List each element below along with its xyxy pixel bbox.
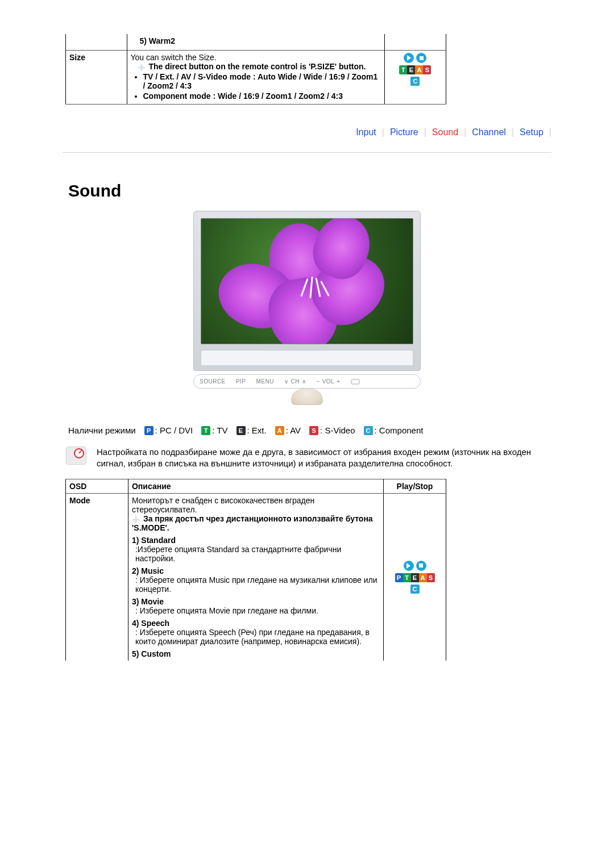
svg-rect-1 <box>138 67 144 69</box>
mode-key-c: C <box>364 426 373 435</box>
warm2-row: 5) Warm2 <box>127 34 384 51</box>
available-modes-label: Налични режими <box>68 425 136 435</box>
row-mode-label: Mode <box>66 493 128 661</box>
plus-icon <box>138 64 146 70</box>
btn-ch: ∨CH∧ <box>284 378 306 385</box>
tab-sound[interactable]: Sound <box>426 127 464 137</box>
section-tabs: Input | Picture | Sound | Channel | Setu… <box>63 127 551 137</box>
mode-table: OSD Описание Play/Stop Mode Мониторът е … <box>65 479 446 661</box>
tab-setup[interactable]: Setup <box>514 127 549 137</box>
plus-icon <box>132 516 140 523</box>
section-heading: Sound <box>68 181 551 201</box>
mode-key-s: S <box>309 426 318 435</box>
monitor-button-bar: SOURCE PIP MENU ∨CH∧ −VOL+ <box>193 374 421 389</box>
divider <box>63 152 551 153</box>
size-mode-badges: TEAS C <box>384 51 446 105</box>
available-modes: Налични режими P: PC / DVI T: TV E: Ext.… <box>68 425 551 435</box>
size-label: Size <box>66 51 127 105</box>
col-description: Описание <box>128 479 383 493</box>
btn-pip: PIP <box>236 378 246 385</box>
pointer-hand-icon <box>291 389 323 405</box>
mode-key-t: T <box>201 426 210 435</box>
col-playstop: Play/Stop <box>384 479 446 493</box>
row-mode-badges: PTEAS C <box>384 493 446 661</box>
svg-rect-2 <box>351 379 359 384</box>
svg-rect-4 <box>132 519 139 520</box>
tab-picture[interactable]: Picture <box>384 127 424 137</box>
row-mode-description: Мониторът е снабден с висококачествен вг… <box>128 493 383 661</box>
mode-key-p: P <box>144 426 154 435</box>
btn-vol: −VOL+ <box>316 378 340 385</box>
tab-channel[interactable]: Channel <box>466 127 512 137</box>
tip-note: Настройката по подразбиране може да е др… <box>66 446 551 470</box>
checkmark-icon <box>66 446 86 465</box>
monitor-illustration: SOURCE PIP MENU ∨CH∧ −VOL+ <box>193 211 421 405</box>
tab-input[interactable]: Input <box>350 127 382 137</box>
col-osd: OSD <box>66 479 128 493</box>
size-table: 5) Warm2 Size You can switch the Size. T… <box>65 34 446 105</box>
mode-key-e: E <box>237 426 246 435</box>
btn-menu: MENU <box>256 378 273 385</box>
mode-key-a: A <box>275 426 284 435</box>
flower-image <box>201 219 413 344</box>
btn-source: SOURCE <box>200 378 226 385</box>
size-description: You can switch the Size. The direct butt… <box>127 51 384 105</box>
